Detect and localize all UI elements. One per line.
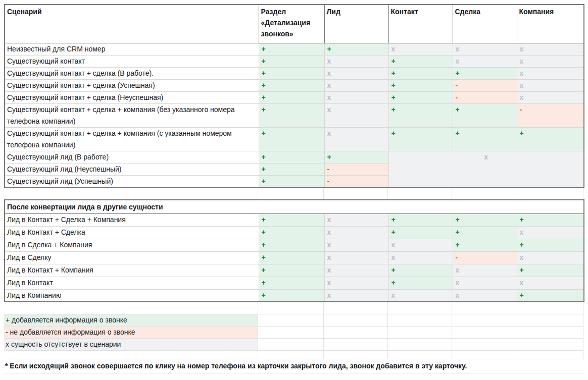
absent-cell: x bbox=[517, 43, 584, 55]
empty-cell bbox=[324, 339, 388, 350]
empty-cell bbox=[258, 327, 324, 338]
empty-cell bbox=[452, 302, 516, 314]
table-row: Неизвестный для CRM номер++xxx bbox=[5, 43, 584, 55]
empty-cell bbox=[258, 188, 324, 199]
plus-cell: + bbox=[453, 226, 517, 239]
empty-cell bbox=[258, 351, 324, 359]
scenario-cell: Лид в Контакт + Сделка bbox=[5, 226, 259, 239]
minus-cell: - bbox=[453, 251, 517, 264]
spreadsheet: Сценарий Раздел «Детализация звонков» Ли… bbox=[0, 0, 588, 373]
table-row: Существующий контакт+x+xx bbox=[5, 55, 584, 67]
table-row: Лид в Сделка + Компания+xx++ bbox=[5, 239, 584, 251]
column-header-company: Компания bbox=[517, 5, 584, 43]
absent-cell: x bbox=[388, 251, 453, 264]
absent-cell: x bbox=[388, 239, 453, 251]
scenario-cell: Существующий контакт + сделка (Успешная) bbox=[5, 79, 259, 91]
plus-cell: + bbox=[259, 103, 324, 127]
scenarios-table: Сценарий Раздел «Детализация звонков» Ли… bbox=[4, 4, 584, 188]
scenario-cell: Существующий лид (Успешный) bbox=[5, 175, 259, 188]
absent-cell: x bbox=[517, 251, 584, 264]
header-row: Сценарий Раздел «Детализация звонков» Ли… bbox=[5, 5, 584, 43]
merged-absent-cell: x bbox=[388, 151, 584, 188]
absent-cell: x bbox=[324, 55, 388, 67]
plus-cell: + bbox=[259, 43, 324, 55]
empty-cell bbox=[4, 351, 258, 359]
empty-cell bbox=[4, 188, 258, 199]
minus-cell: - bbox=[324, 175, 388, 188]
plus-cell: + bbox=[453, 127, 517, 151]
scenario-cell: Лид в Компанию bbox=[5, 289, 259, 302]
minus-cell: - bbox=[517, 103, 584, 127]
table-row: Лид в Контакт+x+xx bbox=[5, 277, 584, 289]
absent-cell: x bbox=[517, 277, 584, 289]
absent-cell: x bbox=[453, 43, 517, 55]
plus-cell: + bbox=[388, 277, 453, 289]
table-row: Лид в Компанию+xxx+ bbox=[5, 289, 584, 302]
plus-cell: + bbox=[259, 127, 324, 151]
absent-cell: x bbox=[324, 67, 388, 79]
grid-row: х сущность отсутствует в сценарии bbox=[4, 339, 583, 351]
plus-cell: + bbox=[388, 213, 453, 226]
empty-cell bbox=[388, 188, 452, 199]
plus-cell: + bbox=[259, 163, 324, 175]
empty-grid-row bbox=[4, 188, 583, 199]
scenario-cell: Существующий контакт + сделка + компания… bbox=[5, 127, 259, 151]
scenario-cell: Лид в Сделку bbox=[5, 251, 259, 264]
minus-cell: - bbox=[453, 79, 517, 91]
grid-row: - не добавляется информация о звонке bbox=[4, 327, 583, 339]
legend-item: - не добавляется информация о звонке bbox=[4, 327, 258, 338]
empty-cell bbox=[388, 314, 452, 326]
empty-cell bbox=[452, 339, 516, 350]
column-header-scenario: Сценарий bbox=[5, 5, 259, 43]
plus-cell: + bbox=[517, 127, 584, 151]
empty-cell bbox=[324, 314, 388, 326]
empty-cell bbox=[258, 302, 324, 314]
scenario-cell: Существующий контакт + сделка + компания… bbox=[5, 103, 259, 127]
column-header-lead: Лид bbox=[324, 5, 388, 43]
plus-cell: + bbox=[259, 289, 324, 302]
plus-cell: + bbox=[259, 175, 324, 188]
plus-cell: + bbox=[388, 103, 453, 127]
absent-cell: x bbox=[388, 43, 453, 55]
legend-item: + добавляется информация о звонке bbox=[4, 314, 258, 326]
empty-cell bbox=[258, 339, 324, 350]
absent-cell: x bbox=[517, 79, 584, 91]
plus-cell: + bbox=[388, 127, 453, 151]
grid-row bbox=[4, 302, 583, 314]
plus-cell: + bbox=[388, 226, 453, 239]
scenario-cell: Существующий контакт + сделка (Неуспешна… bbox=[5, 91, 259, 103]
plus-cell: + bbox=[259, 226, 324, 239]
conversion-table: После конвертации лида в другие сущности… bbox=[4, 199, 584, 303]
plus-cell: + bbox=[259, 251, 324, 264]
plus-cell: + bbox=[517, 264, 584, 277]
plus-cell: + bbox=[259, 213, 324, 226]
empty-cell bbox=[324, 302, 388, 314]
absent-cell: x bbox=[324, 264, 388, 277]
plus-cell: + bbox=[453, 239, 517, 251]
table-row: Существующий контакт + сделка (Успешная)… bbox=[5, 79, 584, 91]
absent-cell: x bbox=[388, 289, 453, 302]
absent-cell: x bbox=[453, 264, 517, 277]
column-header-contact: Контакт bbox=[388, 5, 453, 43]
plus-cell: + bbox=[324, 43, 388, 55]
empty-cell bbox=[452, 327, 516, 338]
plus-cell: + bbox=[517, 289, 584, 302]
empty-cell bbox=[452, 314, 516, 326]
scenario-cell: Существующий контакт bbox=[5, 55, 259, 67]
plus-cell: + bbox=[259, 67, 324, 79]
legend: + добавляется информация о звонке- не до… bbox=[4, 302, 588, 359]
scenario-cell: Существующий контакт + сделка (В работе)… bbox=[5, 67, 259, 79]
grid-row: + добавляется информация о звонке bbox=[4, 314, 583, 327]
empty-cell bbox=[388, 302, 452, 314]
plus-cell: + bbox=[388, 79, 453, 91]
absent-cell: x bbox=[324, 289, 388, 302]
plus-cell: + bbox=[453, 213, 517, 226]
empty-cell bbox=[324, 188, 388, 199]
table-row: Существующий контакт + сделка + компания… bbox=[5, 127, 584, 151]
absent-cell: x bbox=[324, 127, 388, 151]
absent-cell: x bbox=[453, 55, 517, 67]
empty-cell bbox=[452, 351, 516, 359]
plus-cell: + bbox=[259, 91, 324, 103]
empty-cell bbox=[516, 188, 583, 199]
grid-row bbox=[4, 351, 583, 359]
